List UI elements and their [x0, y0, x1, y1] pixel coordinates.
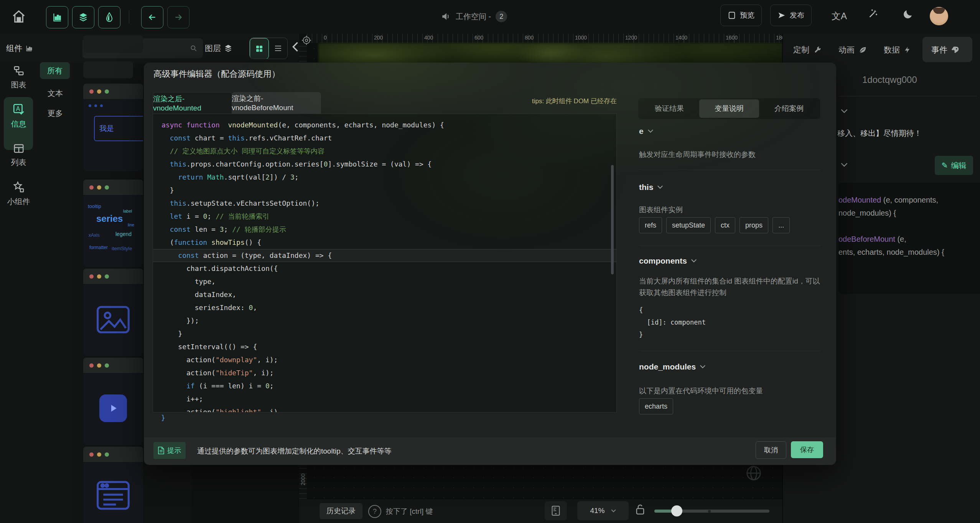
- editor-scrollbar[interactable]: [611, 165, 614, 274]
- code-editor[interactable]: async function vnodeMounted(e, component…: [153, 114, 617, 412]
- publish-button[interactable]: 发布: [770, 5, 812, 26]
- avatar[interactable]: [930, 7, 948, 25]
- sidebar-item-list[interactable]: 列表: [0, 143, 37, 168]
- sidebar-item-widgets[interactable]: 小组件: [0, 181, 37, 207]
- code-line: async function vnodeMounted(e, component…: [153, 119, 616, 132]
- guideline-toggle-button[interactable]: [545, 501, 567, 520]
- edit-button[interactable]: ✎ 编辑: [935, 156, 973, 175]
- card-window-dots: [83, 84, 143, 99]
- language-icon[interactable]: 文A: [832, 10, 847, 22]
- var-name: components: [639, 256, 687, 266]
- tab-data[interactable]: 数据: [884, 45, 911, 55]
- code-line: let i = 0; // 当前轮播索引: [153, 210, 616, 223]
- filter-all[interactable]: 所有: [40, 62, 70, 79]
- ruler-number: 1200: [625, 35, 637, 41]
- divider: [639, 351, 821, 351]
- workspace-badge: 2: [496, 11, 507, 22]
- code-line: const len = 3; // 轮播部分提示: [153, 223, 616, 236]
- chart-mode-button[interactable]: [46, 6, 68, 28]
- component-card-browser[interactable]: [83, 447, 143, 523]
- flowchart-icon: [13, 65, 25, 77]
- card-window-dots: [83, 180, 143, 195]
- speaker-icon: [441, 12, 451, 21]
- pen-mode-button[interactable]: [98, 6, 120, 28]
- grid-view-button[interactable]: [250, 38, 269, 59]
- top-bar: 工作空间 - 2 预览 发布 文A: [0, 0, 980, 34]
- tab-customize[interactable]: 定制: [793, 45, 822, 55]
- lightning-icon: [904, 46, 911, 54]
- document-icon: [158, 447, 164, 454]
- component-card-video[interactable]: [83, 358, 143, 445]
- wordcloud-word: legend: [115, 231, 132, 237]
- var-name: e: [639, 127, 644, 136]
- tab-validation-result[interactable]: 验证结果: [639, 99, 699, 118]
- card-preview-wordcloud: tooltipserieslegendxAxislabelformatterit…: [83, 195, 143, 267]
- chevron-down-icon: [647, 129, 654, 133]
- code-line: }: [153, 327, 616, 340]
- collapse-panel-icon[interactable]: [292, 41, 299, 52]
- avatar-hair: [933, 8, 945, 14]
- history-button[interactable]: 历史记录: [320, 503, 362, 519]
- tab-vnode-mounted[interactable]: 渲染之后-vnodeMounted: [153, 92, 232, 114]
- tab-variable-description[interactable]: 变量说明: [699, 99, 759, 118]
- var-section-e[interactable]: e: [639, 127, 654, 136]
- help-icon[interactable]: ?: [368, 505, 381, 518]
- play-icon: [99, 394, 127, 422]
- components-panel-title: 组件: [6, 43, 33, 54]
- ruler-number: 0: [324, 35, 327, 41]
- tab-events[interactable]: 事件: [931, 45, 960, 55]
- sidebar-item-label: 列表: [11, 157, 26, 168]
- dark-mode-moon-icon[interactable]: [902, 8, 914, 20]
- tab-label: 数据: [884, 45, 900, 55]
- list-view-button[interactable]: [269, 38, 287, 59]
- code-fragment-line: ents, echarts, node_modules) {: [838, 246, 980, 259]
- var-desc: 图表组件实例: [639, 204, 683, 216]
- zoom-select[interactable]: 41%: [577, 501, 629, 520]
- card-stub: [83, 35, 143, 53]
- layers-mode-button[interactable]: [72, 6, 94, 28]
- ruler-origin-icon[interactable]: [301, 35, 311, 45]
- cancel-button[interactable]: 取消: [756, 441, 786, 459]
- tab-vnode-before-mount[interactable]: 渲染之前-vnodeBeforeMount: [232, 92, 321, 114]
- save-button[interactable]: 保存: [791, 441, 823, 458]
- magic-wand-icon[interactable]: [867, 8, 878, 20]
- wordcloud-word: xAxis: [89, 233, 100, 238]
- component-card-wordcloud[interactable]: tooltipserieslegendxAxislabelformatterit…: [83, 180, 143, 267]
- wordcloud-word: line: [128, 223, 134, 227]
- var-section-node-modules[interactable]: node_modules: [639, 362, 706, 371]
- publish-label: 发布: [790, 10, 804, 20]
- code-line: const chart = this.refs.vChartRef.chart: [153, 132, 616, 145]
- sidebar-item-info[interactable]: A 信息: [0, 103, 37, 129]
- redo-button[interactable]: [167, 6, 189, 28]
- sidebar-item-charts[interactable]: 图表: [0, 65, 37, 90]
- var-section-this[interactable]: this: [639, 183, 663, 192]
- component-card-text[interactable]: 我是: [83, 84, 143, 171]
- var-desc: 触发对应生命周期事件时接收的参数: [639, 149, 756, 160]
- code-line: action("hideTip", i);: [153, 366, 616, 379]
- component-card-image[interactable]: [83, 269, 143, 356]
- variable-panel-tabs: 验证结果 变量说明 介绍案例: [638, 98, 820, 119]
- code-line: action("highlight", i): [153, 406, 616, 412]
- filter-text[interactable]: 文本: [48, 88, 63, 99]
- chevron-down-icon[interactable]: [841, 163, 848, 167]
- code-line: type,: [153, 275, 616, 288]
- keyboard-hint: 按下了 [ctrl] 键: [386, 507, 433, 516]
- var-section-components[interactable]: components: [639, 256, 697, 266]
- chevron-down-icon[interactable]: [841, 109, 848, 114]
- search-icon: [190, 45, 198, 52]
- tab-animation[interactable]: 动画: [838, 45, 867, 55]
- zoom-slider-handle[interactable]: [671, 505, 682, 516]
- bar-chart-icon: [25, 45, 33, 52]
- code-line: (function showTips() {: [153, 236, 616, 249]
- unlock-icon[interactable]: [635, 503, 645, 516]
- chip: echarts: [639, 398, 673, 414]
- undo-button[interactable]: [141, 6, 163, 28]
- image-icon: [96, 305, 130, 334]
- wordcloud-word: tooltip: [88, 203, 101, 209]
- filter-more[interactable]: 更多: [48, 108, 63, 119]
- home-icon[interactable]: [12, 9, 26, 24]
- horizontal-ruler: 020040060080010001200140016001800: [307, 34, 782, 43]
- preview-button[interactable]: 预览: [720, 5, 762, 26]
- tab-intro-examples[interactable]: 介绍案例: [759, 99, 819, 118]
- events-teaser-text: 移入、移出】尽情期待！: [837, 128, 976, 139]
